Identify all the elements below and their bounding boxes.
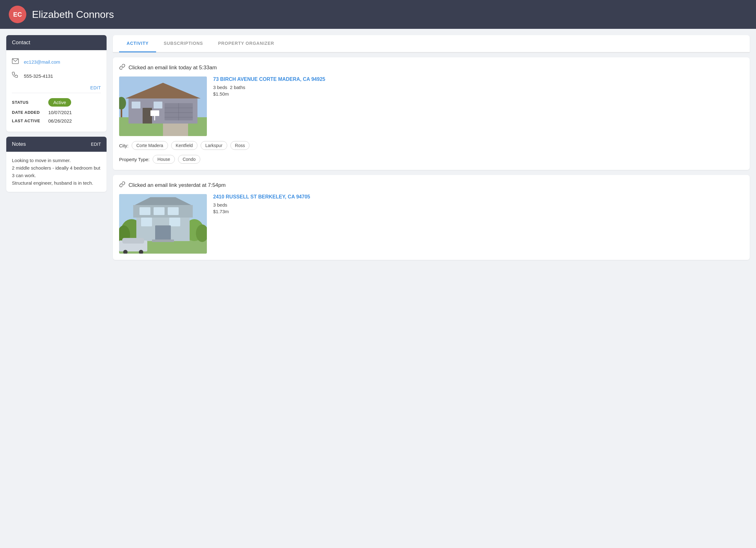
tags-section-1: City: Corte Madera Kentfield Larkspur Ro…: [119, 141, 743, 150]
activity-content-2: 2410 RUSSELL ST BERKELEY, CA 94705 3 bed…: [119, 194, 743, 254]
notes-card: Notes EDIT Looking to move in summer. 2 …: [6, 137, 107, 192]
svg-rect-12: [132, 102, 140, 108]
property-image-svg-2: [119, 194, 207, 254]
tabs-bar: ACTIVITY SUBSCRIPTIONS PROPERTY ORGANIZE…: [113, 35, 750, 52]
city-label-1: City:: [119, 143, 129, 148]
activity-section: Clicked an email link today at 5:33am: [113, 57, 750, 260]
contact-edit-button[interactable]: EDIT: [90, 85, 101, 90]
svg-rect-30: [141, 218, 152, 226]
contact-card-header: Contact: [6, 35, 107, 50]
city-tag-ross[interactable]: Ross: [230, 141, 250, 150]
property-baths-1: 2 baths: [230, 85, 245, 90]
property-beds-1: 3 beds: [213, 85, 227, 90]
date-added-row: DATE ADDED 10/07/2021: [12, 110, 101, 115]
link-icon-1: [119, 64, 125, 71]
svg-rect-35: [122, 238, 144, 244]
tab-subscriptions[interactable]: SUBSCRIPTIONS: [156, 35, 211, 52]
property-price-2: $1.73m: [213, 209, 743, 214]
notes-edit-button[interactable]: EDIT: [91, 142, 101, 147]
status-badge: Active: [48, 98, 71, 107]
activity-header-2: Clicked an email link yesterdat at 7:54p…: [119, 181, 743, 189]
svg-rect-13: [154, 102, 162, 108]
email-icon: [12, 58, 19, 66]
contact-card-body: ec123@mail.com 555-325-4131 EDIT: [6, 50, 107, 132]
status-row: STATUS Active: [12, 98, 101, 107]
date-added-label: DATE ADDED: [12, 110, 43, 115]
contact-card: Contact ec123@mail.com: [6, 35, 107, 132]
phone-icon: [12, 72, 19, 80]
link-icon-2: [119, 181, 125, 189]
svg-rect-27: [139, 207, 150, 215]
svg-rect-28: [154, 207, 165, 215]
property-price-1: $1.50m: [213, 91, 743, 97]
notes-line1: Looking to move in summer.: [12, 158, 71, 163]
activity-card-2: Clicked an email link yesterdat at 7:54p…: [113, 175, 750, 260]
property-type-label-1: Property Type:: [119, 157, 150, 162]
property-address-1[interactable]: 73 BIRCH AVENUE CORTE MADERA, CA 94925: [213, 76, 743, 82]
page-header: EC Elizabeth Connors: [0, 0, 756, 29]
notes-line3: Structural engineer, husband is in tech.: [12, 180, 93, 186]
main-layout: Contact ec123@mail.com: [0, 29, 756, 266]
property-beds-2: 3 beds: [213, 202, 743, 208]
property-info-2: 2410 RUSSELL ST BERKELEY, CA 94705 3 bed…: [213, 194, 743, 254]
tab-activity[interactable]: ACTIVITY: [119, 35, 156, 52]
activity-content-1: 73 BIRCH AVENUE CORTE MADERA, CA 94925 3…: [119, 76, 743, 136]
property-type-section-1: Property Type: House Condo: [119, 155, 743, 164]
activity-header-1: Clicked an email link today at 5:33am: [119, 64, 743, 71]
city-tag-corte-madera[interactable]: Corte Madera: [132, 141, 168, 150]
city-tag-kentfield[interactable]: Kentfield: [171, 141, 197, 150]
activity-event-2: Clicked an email link yesterdat at 7:54p…: [129, 182, 226, 188]
tab-property-organizer[interactable]: PROPERTY ORGANIZER: [211, 35, 282, 52]
email-row: ec123@mail.com: [12, 55, 101, 69]
property-info-1: 73 BIRCH AVENUE CORTE MADERA, CA 94925 3…: [213, 76, 743, 136]
phone-value: 555-325-4131: [24, 73, 53, 79]
property-type-tag-condo[interactable]: Condo: [178, 155, 200, 164]
notes-card-title: Notes: [12, 141, 26, 147]
contact-card-title: Contact: [12, 40, 30, 46]
property-image-2: [119, 194, 207, 254]
status-label: STATUS: [12, 100, 43, 105]
last-active-row: LAST ACTIVE 06/26/2022: [12, 118, 101, 124]
property-beds-baths-1: 3 beds 2 baths: [213, 85, 743, 90]
property-type-tag-house[interactable]: House: [153, 155, 175, 164]
sidebar: Contact ec123@mail.com: [6, 35, 107, 192]
notes-card-header: Notes EDIT: [6, 137, 107, 152]
property-image-1: [119, 76, 207, 136]
contact-edit-row: EDIT: [12, 83, 101, 91]
page-title: Elizabeth Connors: [32, 9, 114, 20]
property-address-2[interactable]: 2410 RUSSELL ST BERKELEY, CA 94705: [213, 194, 743, 200]
phone-row: 555-325-4131: [12, 69, 101, 83]
email-value[interactable]: ec123@mail.com: [24, 59, 60, 65]
svg-rect-33: [152, 240, 174, 242]
notes-text: Looking to move in summer. 2 middle scho…: [6, 152, 107, 192]
contact-divider: [12, 93, 101, 93]
property-image-svg-1: [119, 76, 207, 136]
activity-card-1: Clicked an email link today at 5:33am: [113, 57, 750, 170]
svg-rect-31: [169, 218, 180, 226]
svg-rect-29: [168, 207, 179, 215]
svg-rect-15: [150, 110, 159, 116]
content-area: ACTIVITY SUBSCRIPTIONS PROPERTY ORGANIZE…: [113, 35, 750, 260]
activity-event-1: Clicked an email link today at 5:33am: [129, 65, 217, 71]
date-added-value: 10/07/2021: [48, 110, 72, 115]
svg-rect-32: [155, 225, 171, 241]
notes-line2: 2 middle schoolers - ideally 4 bedroom b…: [12, 165, 100, 178]
status-section: STATUS Active DATE ADDED 10/07/2021 LAST…: [12, 95, 101, 124]
last-active-value: 06/26/2022: [48, 118, 72, 124]
avatar: EC: [9, 6, 26, 23]
last-active-label: LAST ACTIVE: [12, 119, 43, 123]
city-tag-larkspur[interactable]: Larkspur: [201, 141, 227, 150]
